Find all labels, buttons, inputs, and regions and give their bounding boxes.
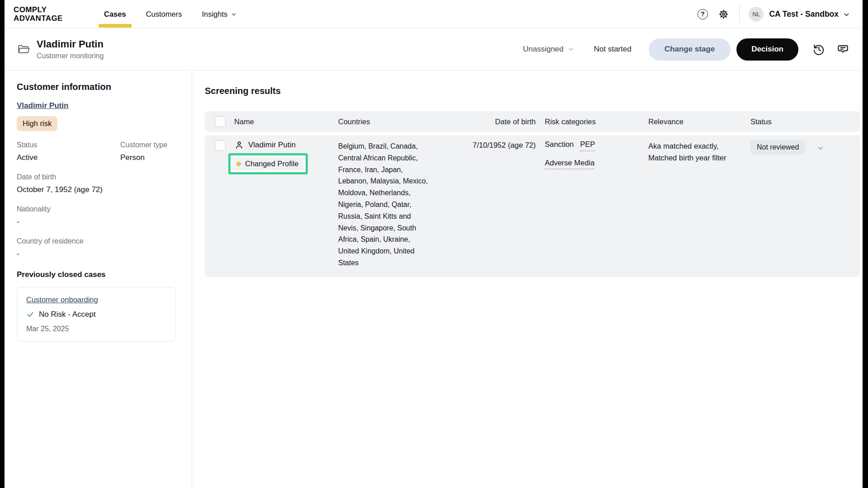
row-checkbox[interactable] [215,140,226,151]
chevron-down-icon [231,11,237,18]
field-country-of-residence: Country of residence - [17,237,180,258]
tab-cases-label: Cases [104,10,126,19]
tab-insights[interactable]: Insights [202,0,237,28]
risk-badge: High risk [17,116,57,131]
column-header-risk-categories: Risk categories [538,117,640,126]
match-name[interactable]: Vladimir Putin [234,140,296,150]
field-value: Active [17,153,120,162]
field-label: Country of residence [17,237,180,245]
case-actions: Unassigned Not started Change stage Deci… [523,38,849,61]
field-value: - [17,217,180,226]
brand-line-2: ADVANTAGE [14,14,69,23]
case-title-group: Vladimir Putin Customer monitoring [17,38,104,60]
closed-cases-heading: Previously closed cases [17,270,180,279]
match-name-label: Vladimir Putin [248,141,296,150]
brand-logo[interactable]: COMPLY ADVANTAGE [14,5,69,23]
gear-icon [718,9,729,20]
check-icon [26,310,34,319]
chevron-down-icon [567,46,575,53]
status-badge[interactable]: Not reviewed [750,140,805,155]
risk-categories-cell: Sanction PEP Adverse Media [538,140,640,167]
customer-profile-link[interactable]: Vladimir Putin [17,101,68,110]
changed-profile-label: Changed Profile [245,160,298,168]
risk-category-sanction: Sanction [545,140,574,149]
screen-edge-right [863,0,868,488]
account-menu[interactable]: NL CA Test - Sandbox [749,7,850,22]
field-value: Person [120,153,167,162]
closed-case-outcome: No Risk - Accept [26,310,166,319]
field-date-of-birth: Date of birth October 7, 1952 (age 72) [17,173,180,194]
history-icon[interactable] [813,43,825,56]
tab-insights-label: Insights [202,10,227,19]
screening-table-row[interactable]: Vladimir Putin Changed Profile Belgium, … [205,135,860,277]
person-icon [234,140,244,150]
field-label: Status [17,141,120,149]
comment-icon[interactable] [837,43,849,56]
field-value: - [17,249,180,258]
tab-cases[interactable]: Cases [104,0,126,28]
field-label: Customer type [120,141,167,149]
help-button[interactable]: ? [694,5,711,23]
column-header-name: Name [233,117,337,126]
primary-tabs: Cases Customers Insights [104,0,237,28]
field-row: Status Active Customer type Person [17,141,180,162]
column-header-status: Status [744,117,860,126]
field-status: Status Active [17,141,120,162]
folder-icon [17,42,31,56]
page-title: Vladimir Putin [37,38,104,50]
screening-heading: Screening results [205,86,863,96]
tab-customers[interactable]: Customers [146,0,182,28]
org-label: CA Test - Sandbox [769,9,839,19]
field-nationality: Nationality - [17,205,180,226]
assignee-label: Unassigned [523,45,564,54]
closed-case-card: Customer onboarding No Risk - Accept Mar… [17,287,176,342]
change-stage-button[interactable]: Change stage [649,38,731,61]
screening-table-header: Name Countries Date of birth Risk catego… [205,111,860,132]
closed-case-link[interactable]: Customer onboarding [26,296,98,304]
relevance-cell: Aka matched exactly, Matched birth year … [648,140,741,164]
screen-edge-left [0,0,5,488]
chevron-down-icon[interactable] [816,144,825,152]
help-icon: ? [698,9,708,19]
field-label: Date of birth [17,173,180,181]
changed-profile-flag: Changed Profile [232,157,304,170]
column-header-relevance: Relevance [640,117,744,126]
name-cell: Vladimir Putin Changed Profile [233,140,337,174]
nav-divider [739,5,740,23]
brand-line-1: COMPLY [14,5,69,14]
tab-customers-label: Customers [146,10,182,19]
closed-case-outcome-label: No Risk - Accept [39,310,96,319]
select-all-checkbox[interactable] [215,116,226,127]
risk-category-pep[interactable]: PEP [580,140,595,151]
field-customer-type: Customer type Person [120,141,167,162]
chevron-down-icon [843,11,850,19]
customer-sidebar: Customer information Vladimir Putin High… [5,71,192,488]
annotation-highlight: Changed Profile [228,153,308,174]
settings-button[interactable] [715,5,732,23]
date-of-birth-cell: 7/10/1952 (age 72) [454,140,538,150]
flag-dot-icon [236,162,241,166]
assignee-dropdown[interactable]: Unassigned [523,45,575,54]
countries-cell: Belgium, Brazil, Canada, Central African… [338,140,429,269]
decision-button[interactable]: Decision [736,38,798,61]
nav-right-group: ? NL CA Test - Sandbox [694,5,850,23]
field-label: Nationality [17,205,180,213]
column-header-countries: Countries [337,117,454,126]
column-header-date-of-birth: Date of birth [454,117,538,126]
page-subtitle: Customer monitoring [37,52,104,60]
sidebar-heading: Customer information [17,82,180,92]
field-value: October 7, 1952 (age 72) [17,185,180,194]
closed-case-date: Mar 25, 2025 [26,325,166,333]
screening-main: Screening results Name Countries Date of… [192,71,863,488]
status-cell: Not reviewed [744,140,860,155]
avatar: NL [749,7,764,22]
risk-category-adverse-media[interactable]: Adverse Media [545,159,594,169]
top-nav: COMPLY ADVANTAGE Cases Customers Insight… [5,0,863,28]
stage-status-label: Not started [594,45,632,54]
case-header: Vladimir Putin Customer monitoring Unass… [5,28,863,70]
